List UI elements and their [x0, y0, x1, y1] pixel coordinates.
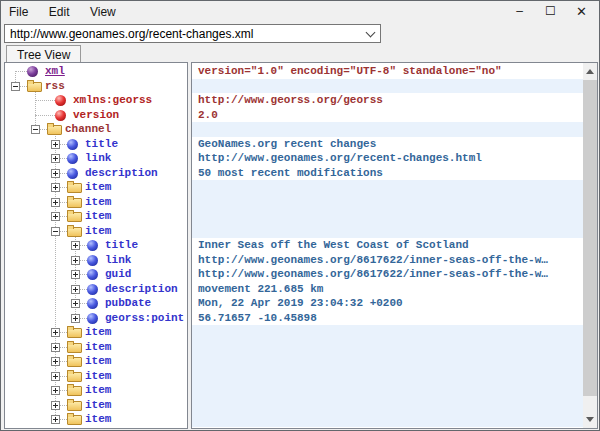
tree-guide-line [35, 86, 37, 130]
expand-toggle-icon[interactable] [51, 386, 60, 395]
url-combobox[interactable] [4, 24, 381, 43]
tree-node-label[interactable]: channel [65, 122, 111, 137]
tree-node-label[interactable]: item [85, 412, 111, 427]
value-row [192, 79, 583, 94]
tree-node-label[interactable]: description [105, 282, 178, 297]
expand-toggle-icon[interactable] [51, 328, 60, 337]
value-row [192, 412, 583, 427]
url-input[interactable] [7, 25, 358, 42]
element-ball-icon [87, 313, 98, 324]
value-row [192, 180, 583, 195]
tree-node-label[interactable]: link [85, 151, 111, 166]
tree-node-label[interactable]: version [73, 108, 119, 123]
vertical-scrollbar[interactable] [583, 63, 597, 428]
tree-node-label[interactable]: description [85, 166, 158, 181]
expand-toggle-icon[interactable] [51, 343, 60, 352]
collapse-toggle-icon[interactable] [51, 227, 60, 236]
tree-guide-line [35, 100, 57, 102]
tree-node-label[interactable]: item [85, 398, 111, 413]
arrow-up-icon [586, 69, 594, 74]
value-row: http://www.geonames.org/recent-changes.h… [192, 151, 583, 166]
expand-toggle-icon[interactable] [71, 314, 80, 323]
tree-node-label[interactable]: item [85, 224, 111, 239]
maximize-icon[interactable]: ☐ [535, 1, 566, 23]
tree-node-label[interactable]: item [85, 195, 111, 210]
tree-panel: xmlrssxmlns:georssversionchanneltitlelin… [4, 62, 188, 429]
value-row: 50 most recent modifications [192, 166, 583, 181]
tree-node-label[interactable]: item [85, 325, 111, 340]
expand-toggle-icon[interactable] [51, 140, 60, 149]
menu-view[interactable]: View [82, 1, 124, 22]
element-ball-icon [87, 269, 98, 280]
expand-toggle-icon[interactable] [51, 198, 60, 207]
tree-node-label[interactable]: rss [45, 79, 65, 94]
folder-icon [67, 227, 82, 237]
expand-toggle-icon[interactable] [51, 401, 60, 410]
scrollbar-thumb[interactable] [583, 80, 597, 396]
collapse-toggle-icon[interactable] [31, 125, 40, 134]
tree-node-label[interactable]: georss:point [105, 311, 184, 326]
element-ball-icon [87, 298, 98, 309]
folder-icon [67, 183, 82, 193]
folder-icon [47, 125, 62, 135]
expand-toggle-icon[interactable] [71, 241, 80, 250]
tree-node-label[interactable]: link [105, 253, 131, 268]
menu-bar: File Edit View – ☐ ✕ [1, 1, 599, 24]
tree-node-label[interactable]: pubDate [105, 296, 151, 311]
attribute-ball-icon [55, 110, 66, 121]
expand-toggle-icon[interactable] [51, 357, 60, 366]
tree-node-label[interactable]: item [85, 354, 111, 369]
expand-toggle-icon[interactable] [71, 299, 80, 308]
tree-node-label[interactable]: xmlns:georss [73, 93, 152, 108]
expand-toggle-icon[interactable] [51, 372, 60, 381]
menu-file[interactable]: File [1, 1, 36, 22]
tree-node-label[interactable]: xml [45, 64, 65, 79]
scroll-down-button[interactable] [583, 411, 597, 428]
value-row [192, 325, 583, 340]
tree-node-label[interactable]: title [85, 137, 118, 152]
expand-toggle-icon[interactable] [51, 169, 60, 178]
collapse-toggle-icon[interactable] [11, 82, 20, 91]
value-panel: version="1.0" encoding="UTF-8" standalon… [191, 62, 598, 429]
expand-toggle-icon[interactable] [71, 270, 80, 279]
tree-node-label[interactable]: item [85, 369, 111, 384]
tree-node-label[interactable]: item [85, 180, 111, 195]
value-row: movement 221.685 km [192, 282, 583, 297]
folder-icon [67, 357, 82, 367]
folder-icon [67, 198, 82, 208]
element-ball-icon [67, 168, 78, 179]
folder-icon [67, 401, 82, 411]
tree-guide-line [35, 115, 57, 117]
expand-toggle-icon[interactable] [51, 415, 60, 424]
element-ball-icon [87, 284, 98, 295]
menu-edit[interactable]: Edit [41, 1, 78, 22]
value-row: http://www.geonames.org/8617622/inner-se… [192, 267, 583, 282]
value-row [192, 224, 583, 239]
element-ball-icon [87, 255, 98, 266]
minimize-icon[interactable]: – [504, 1, 535, 23]
tab-tree-view[interactable]: Tree View [6, 45, 81, 62]
value-row: Mon, 22 Apr 2019 23:04:32 +0200 [192, 296, 583, 311]
value-row: http://www.geonames.org/8617622/inner-se… [192, 253, 583, 268]
value-row: 2.0 [192, 108, 583, 123]
tree-node-label[interactable]: item [85, 209, 111, 224]
value-row: Inner Seas off the West Coast of Scotlan… [192, 238, 583, 253]
close-icon[interactable]: ✕ [566, 1, 597, 23]
folder-icon [67, 328, 82, 338]
scroll-up-button[interactable] [583, 63, 597, 80]
expand-toggle-icon[interactable] [51, 154, 60, 163]
tree-node-label[interactable]: title [105, 238, 138, 253]
tree-node-label[interactable]: guid [105, 267, 131, 282]
expand-toggle-icon[interactable] [51, 183, 60, 192]
folder-icon [67, 415, 82, 425]
element-ball-icon [87, 240, 98, 251]
expand-toggle-icon[interactable] [71, 285, 80, 294]
expand-toggle-icon[interactable] [71, 256, 80, 265]
arrow-down-icon [586, 417, 594, 422]
value-row [192, 383, 583, 398]
chevron-down-icon[interactable] [366, 28, 376, 38]
tree-node-label[interactable]: item [85, 340, 111, 355]
tree-panel-content: xmlrssxmlns:georssversionchanneltitlelin… [5, 63, 187, 428]
expand-toggle-icon[interactable] [51, 212, 60, 221]
tree-node-label[interactable]: item [85, 383, 111, 398]
